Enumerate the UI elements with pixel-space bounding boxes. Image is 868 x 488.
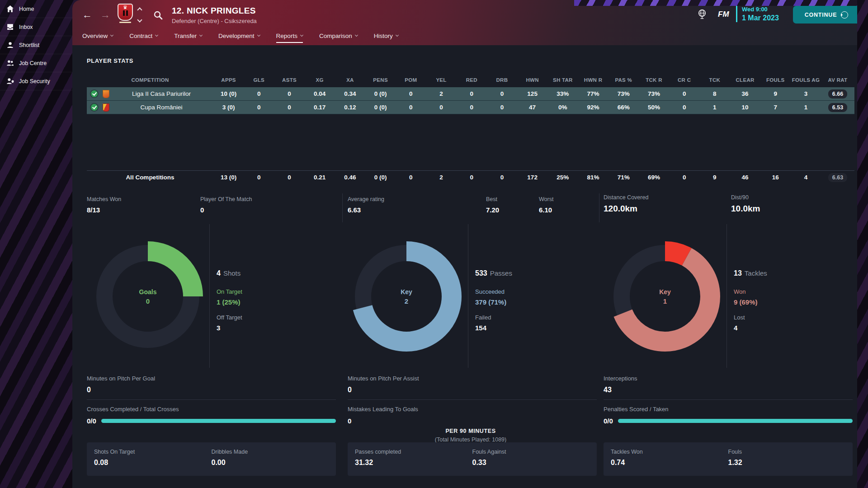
tab-reports[interactable]: Reports (276, 31, 303, 45)
per90-card-shots: Shots On Target0.08 Dribbles Made0.00 (87, 442, 336, 476)
main-window: ← → ♛ 12. NICK PRINGLES Defender (Centre… (72, 0, 857, 488)
forward-button[interactable]: → (98, 7, 113, 23)
per90-subtitle: (Total Minutes Played: 1089) (87, 436, 854, 443)
on-target-label: On Target (217, 288, 330, 295)
divider (209, 224, 210, 368)
tab-history[interactable]: History (374, 31, 398, 45)
tab-development[interactable]: Development (218, 31, 260, 45)
page-title: 12. NICK PRINGLES (172, 6, 257, 16)
column-header: TCK (699, 77, 730, 83)
column-header: POM (396, 77, 426, 83)
sidebar-item-label: Job Centre (19, 60, 47, 66)
club-badge: ♛ (117, 4, 134, 24)
back-button[interactable]: ← (80, 7, 95, 23)
column-header: ASTS (274, 77, 304, 83)
divider (468, 224, 468, 368)
stat-cell: 2 (426, 90, 456, 97)
chevron-down-icon (300, 33, 303, 37)
availability-check-icon (91, 90, 98, 97)
key-passes-donut-chart: Key 2 (348, 238, 465, 355)
sidebar-item-label: Job Security (19, 78, 50, 84)
divider (726, 224, 727, 368)
divider (342, 193, 343, 222)
tab-overview[interactable]: Overview (82, 31, 113, 45)
table-row-cupa[interactable]: Cupa României 3 (0)000.170.120 (0)000047… (87, 101, 854, 114)
table-totals-row: All Competitions 13 (0)000.210.460 (0)02… (87, 170, 854, 184)
stat-distance-covered: Distance Covered 120.0km (604, 194, 648, 214)
competition-badge (103, 103, 109, 112)
competition-badge (103, 90, 109, 98)
stat-cell: 0 (0) (365, 90, 396, 97)
chevron-down-icon (355, 33, 358, 37)
stat-cell: 46 (730, 174, 760, 181)
sidebar-item-job-security[interactable]: Job Security (0, 72, 72, 90)
tab-contract[interactable]: Contract (129, 31, 158, 45)
tab-comparison[interactable]: Comparison (319, 31, 358, 45)
goals-donut-chart: Goals 0 (89, 238, 207, 355)
table-row-liga-ii[interactable]: Liga II Casa Pariurilor 10 (0)000.040.34… (87, 87, 854, 101)
tab-transfer[interactable]: Transfer (174, 31, 202, 45)
failed-value: 154 (475, 324, 588, 332)
stat-cell: 0.04 (305, 90, 335, 97)
stat-best-rating: Best 7.20 (486, 196, 499, 214)
stat-cell: 0 (244, 90, 274, 97)
stat-cell: 0 (396, 104, 426, 111)
divider (604, 399, 853, 400)
stat-cell: 73% (609, 90, 639, 97)
world-button[interactable] (697, 9, 707, 19)
fm-logo: FM (718, 10, 729, 19)
stat-cell: 10 (730, 104, 760, 111)
column-header: XG (305, 77, 335, 83)
globe-icon (697, 9, 707, 19)
stat-value: 0 (87, 386, 336, 394)
stat-cell: 1 (791, 104, 821, 111)
stat-label: Interceptions (604, 375, 853, 382)
stat-average-rating: Average rating 6.63 (348, 196, 384, 214)
stat-cell: 0 (669, 90, 699, 97)
stat-cell: 25% (547, 174, 578, 181)
shots-panel: 4Shots On Target 1 (25%) Off Target 3 (217, 269, 330, 340)
stat-cell: 92% (578, 104, 608, 111)
stat-value: 0 (348, 417, 351, 425)
stat-cell: 0 (457, 104, 487, 111)
lower-stats: Minutes on Pitch Per Goal 0 Crosses Comp… (87, 375, 854, 428)
competition-name: Liga II Casa Pariurilor (109, 90, 213, 97)
availability-check-icon (91, 104, 98, 111)
stat-cell: 0.46 (335, 174, 365, 181)
home-icon (6, 5, 14, 13)
title-bar: ← → ♛ 12. NICK PRINGLES Defender (Centre… (72, 0, 857, 45)
inbox-icon (6, 23, 14, 31)
stat-cell: 9 (699, 174, 730, 181)
sidebar-item-shortlist[interactable]: Shortlist (0, 36, 72, 54)
tackles-unit: Tackles (745, 269, 767, 277)
entity-switcher[interactable] (137, 8, 143, 22)
column-header: FOULS AG (791, 77, 821, 83)
off-target-label: Off Target (217, 314, 330, 321)
stat-cell: 71% (609, 174, 639, 181)
column-header: DRB (487, 77, 517, 83)
stat-cell: 69% (639, 174, 669, 181)
search-button[interactable] (153, 10, 164, 21)
sidebar-item-job-centre[interactable]: Job Centre (0, 54, 72, 72)
per90-title: PER 90 MINUTES (87, 428, 854, 434)
stat-cell: 66% (609, 104, 639, 111)
column-header: TCK R (639, 77, 669, 83)
section-title: PLAYER STATS (87, 57, 133, 64)
passes-count: 533 (475, 269, 487, 277)
continue-button[interactable]: CONTINUE (793, 6, 857, 23)
chevron-down-icon (257, 33, 260, 37)
stat-label: Minutes on Pitch Per Assist (348, 375, 597, 382)
stat-cell: 0 (669, 174, 699, 181)
chevron-down-icon (199, 33, 203, 37)
stat-cell: 2 (426, 174, 456, 181)
column-header: GLS (244, 77, 274, 83)
competition-name: Cupa României (109, 104, 213, 111)
stat-cell: 0 (426, 104, 456, 111)
column-header: RED (457, 77, 487, 83)
sidebar-item-inbox[interactable]: Inbox (0, 18, 72, 36)
shots-count: 4 (217, 269, 221, 277)
column-header: PENS (365, 77, 396, 83)
person-shield-icon (6, 77, 14, 85)
tab-bar: Overview Contract Transfer Development R… (82, 31, 398, 45)
sidebar-item-home[interactable]: Home (0, 0, 72, 18)
